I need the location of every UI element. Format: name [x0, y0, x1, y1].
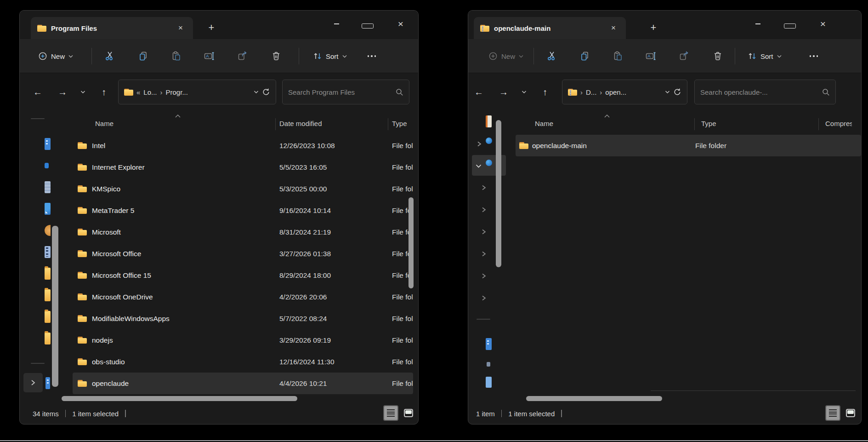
chevron-right-icon[interactable]	[481, 295, 488, 301]
table-row[interactable]: Intel12/26/2023 10:08File folder	[73, 135, 413, 156]
tab-openclaude-main[interactable]: openclaude-main ×	[474, 17, 626, 39]
chevron-right-icon[interactable]	[481, 184, 488, 191]
forward-button[interactable]: →	[56, 84, 69, 100]
home-sliver-icon[interactable]	[486, 115, 492, 127]
folder-sliver-icon[interactable]	[45, 333, 51, 344]
recent-locations-button[interactable]	[517, 84, 531, 100]
expand-chevron-button[interactable]	[23, 373, 43, 392]
chevron-right-icon[interactable]	[481, 251, 488, 257]
nav-scrollbar-thumb[interactable]	[496, 120, 501, 267]
column-divider[interactable]	[275, 118, 276, 130]
copy-button[interactable]	[577, 47, 593, 65]
more-options-button[interactable]	[806, 47, 822, 65]
minimize-button[interactable]	[327, 17, 346, 31]
breadcrumb-segment[interactable]: D...	[586, 88, 596, 96]
table-row[interactable]: Microsoft OneDrive4/2/2026 20:06File fol…	[73, 286, 413, 308]
chevron-down-icon[interactable]	[475, 163, 482, 170]
chevron-right-icon[interactable]	[481, 207, 488, 213]
close-button[interactable]: ×	[813, 17, 833, 31]
thumbnail-view-button[interactable]	[401, 405, 416, 421]
refresh-icon[interactable]	[673, 88, 681, 96]
column-header-type[interactable]: Type	[701, 113, 716, 135]
vertical-scrollbar-thumb[interactable]	[408, 197, 414, 288]
library-sliver-icon[interactable]	[45, 246, 51, 258]
tab-close-icon[interactable]: ×	[175, 22, 187, 34]
cloud-sliver-icon[interactable]	[45, 163, 49, 168]
network-sliver-icon[interactable]	[486, 377, 492, 388]
breadcrumb-segment[interactable]: Lo...	[143, 88, 157, 96]
search-input[interactable]: Search openclaude-...	[694, 80, 836, 104]
music-sliver-icon[interactable]	[45, 225, 51, 236]
back-button[interactable]: ←	[31, 84, 45, 100]
chevron-right-icon[interactable]	[477, 141, 483, 147]
column-divider[interactable]	[388, 118, 388, 130]
breadcrumb-segment[interactable]: open...	[605, 88, 626, 96]
horizontal-scrollbar-thumb[interactable]	[62, 396, 297, 401]
folder-sliver-icon[interactable]	[45, 311, 51, 323]
close-button[interactable]: ×	[391, 17, 410, 31]
back-button[interactable]: ←	[472, 84, 486, 100]
documents-sliver-icon[interactable]	[45, 203, 51, 215]
address-bar[interactable]: › D... › open...	[562, 80, 687, 104]
table-row[interactable]: ModifiableWindowsApps5/7/2022 08:24File …	[73, 308, 413, 329]
refresh-icon[interactable]	[262, 88, 270, 96]
column-header-type[interactable]: Type	[392, 113, 409, 135]
rename-button[interactable]: A	[201, 47, 218, 65]
up-button[interactable]: ↑	[538, 84, 552, 100]
cut-button[interactable]	[544, 47, 560, 65]
column-divider[interactable]	[694, 118, 695, 130]
table-row[interactable]: Microsoft Office 158/29/2024 18:00File f…	[73, 264, 413, 286]
forward-button[interactable]: →	[497, 84, 511, 100]
table-row[interactable]: MetaTrader 59/16/2024 10:14File folder	[73, 200, 413, 221]
address-dropdown-icon[interactable]	[665, 90, 670, 94]
pc-sliver-icon[interactable]	[486, 338, 492, 350]
tab-close-icon[interactable]: ×	[607, 22, 619, 34]
horizontal-scrollbar-thumb[interactable]	[526, 396, 662, 401]
sort-button[interactable]: Sort	[308, 47, 352, 65]
breadcrumb-separator[interactable]: ›	[160, 88, 163, 96]
table-row[interactable]: Microsoft8/31/2024 21:19File folder	[73, 221, 413, 243]
table-row[interactable]: obs-studio12/16/2024 11:30File folder	[73, 351, 413, 373]
more-options-button[interactable]	[363, 47, 380, 65]
column-header-name[interactable]: Name	[535, 113, 553, 135]
delete-button[interactable]	[268, 47, 284, 65]
up-button[interactable]: ↑	[97, 84, 111, 100]
delete-button[interactable]	[709, 47, 726, 65]
paste-button[interactable]	[168, 47, 185, 65]
chevron-right-icon[interactable]	[481, 229, 488, 235]
home-sliver-icon[interactable]	[45, 138, 51, 150]
address-bar[interactable]: « Lo... › Progr...	[118, 80, 276, 104]
cut-button[interactable]	[102, 47, 118, 65]
folder-sliver-icon[interactable]	[45, 268, 51, 280]
share-button[interactable]	[676, 47, 692, 65]
table-row-selected[interactable]: openclaude4/4/2026 10:21File folder	[73, 373, 413, 394]
onedrive-cloud-icon[interactable]	[486, 138, 492, 144]
maximize-button[interactable]	[358, 17, 377, 31]
new-button[interactable]: New	[34, 47, 78, 65]
column-header-date-modified[interactable]: Date modified	[279, 113, 322, 135]
copy-button[interactable]	[135, 47, 152, 65]
search-input[interactable]: Search Program Files	[282, 80, 409, 104]
tab-program-files[interactable]: Program Files ×	[31, 17, 193, 39]
table-row[interactable]: Microsoft Office3/27/2026 01:38File fold…	[73, 243, 413, 264]
pc-sliver-icon[interactable]	[45, 377, 50, 389]
breadcrumb-collapse[interactable]: «	[136, 88, 140, 96]
desktop-sliver-icon[interactable]	[45, 181, 51, 193]
table-row[interactable]: nodejs3/29/2026 09:19File folder	[73, 329, 413, 351]
table-row[interactable]: KMSpico5/3/2025 00:00File folder	[73, 178, 413, 200]
breadcrumb-segment[interactable]: Progr...	[166, 88, 188, 96]
table-row[interactable]: Internet Explorer5/5/2023 16:05File fold…	[73, 156, 413, 178]
chevron-right-icon[interactable]	[481, 273, 488, 279]
address-dropdown-icon[interactable]	[254, 90, 259, 94]
dots-sliver-icon[interactable]	[487, 362, 490, 367]
onedrive-cloud-icon[interactable]	[486, 160, 492, 166]
details-view-button[interactable]	[383, 405, 398, 421]
maximize-button[interactable]	[780, 17, 800, 31]
recent-locations-button[interactable]	[76, 84, 90, 100]
sort-button[interactable]: Sort	[743, 47, 786, 65]
paste-button[interactable]	[610, 47, 626, 65]
rename-button[interactable]: A	[643, 47, 659, 65]
column-header-compressed-size[interactable]: Compressed size	[825, 113, 852, 135]
column-divider[interactable]	[818, 118, 819, 130]
share-button[interactable]	[234, 47, 251, 65]
